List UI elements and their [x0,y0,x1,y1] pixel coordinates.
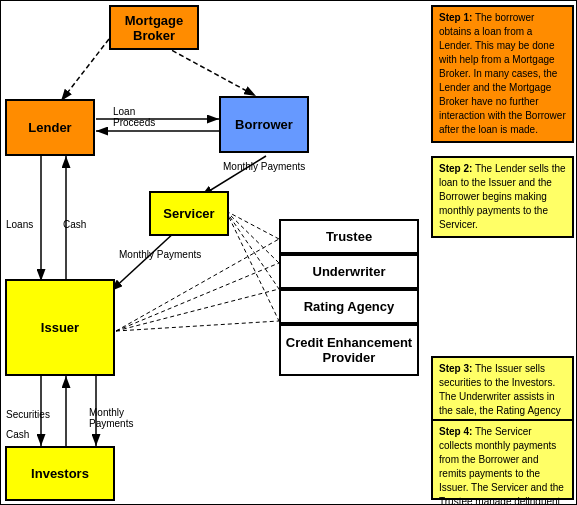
underwriter-box: Underwriter [279,254,419,289]
mortgage-broker-box: MortgageBroker [109,5,199,50]
servicer-box: Servicer [149,191,229,236]
step4-label: Step 4: [439,426,472,437]
svg-line-13 [226,211,279,321]
lender-label: Lender [28,120,71,135]
step1-text: The borrower obtains a loan from a Lende… [439,12,566,135]
borrower-label: Borrower [235,117,293,132]
svg-line-15 [116,263,279,331]
trustee-box: Trustee [279,219,419,254]
monthly-payments-servicer-label: Monthly Payments [119,249,201,260]
step1-label: Step 1: [439,12,472,23]
loan-proceeds-label: LoanProceeds [113,106,155,128]
svg-line-16 [116,289,279,331]
diagram-container: MortgageBroker Lender Borrower Servicer … [0,0,577,505]
securities-label: Securities [6,409,50,420]
lender-box: Lender [5,99,95,156]
investors-label: Investors [31,466,89,481]
mortgage-broker-label: MortgageBroker [125,13,184,43]
step1-panel: Step 1: The borrower obtains a loan from… [431,5,574,143]
svg-line-2 [61,39,109,101]
issuer-box: Issuer [5,279,115,376]
servicer-label: Servicer [163,206,214,221]
cash-investors-label: Cash [6,429,29,440]
svg-line-12 [226,211,279,289]
rating-agency-label: Rating Agency [304,299,395,314]
step3-label: Step 3: [439,363,472,374]
svg-line-11 [226,211,279,263]
monthly-payments-investors-label: MonthlyPayments [89,407,133,429]
trustee-label: Trustee [326,229,372,244]
svg-line-7 [111,231,176,291]
underwriter-label: Underwriter [313,264,386,279]
svg-line-17 [116,321,279,331]
step2-label: Step 2: [439,163,472,174]
credit-enhancement-label: Credit EnhancementProvider [286,335,412,365]
step4-panel: Step 4: The Servicer collects monthly pa… [431,419,574,500]
issuer-label: Issuer [41,320,79,335]
step2-panel: Step 2: The Lender sells the loan to the… [431,156,574,238]
borrower-box: Borrower [219,96,309,153]
monthly-payments-borrower-label: Monthly Payments [223,161,305,172]
credit-enhancement-box: Credit EnhancementProvider [279,324,419,376]
svg-line-10 [226,211,279,239]
rating-agency-box: Rating Agency [279,289,419,324]
loans-label: Loans [6,219,33,230]
investors-box: Investors [5,446,115,501]
step4-text: The Servicer collects monthly payments f… [439,426,564,505]
cash-lender-label: Cash [63,219,86,230]
